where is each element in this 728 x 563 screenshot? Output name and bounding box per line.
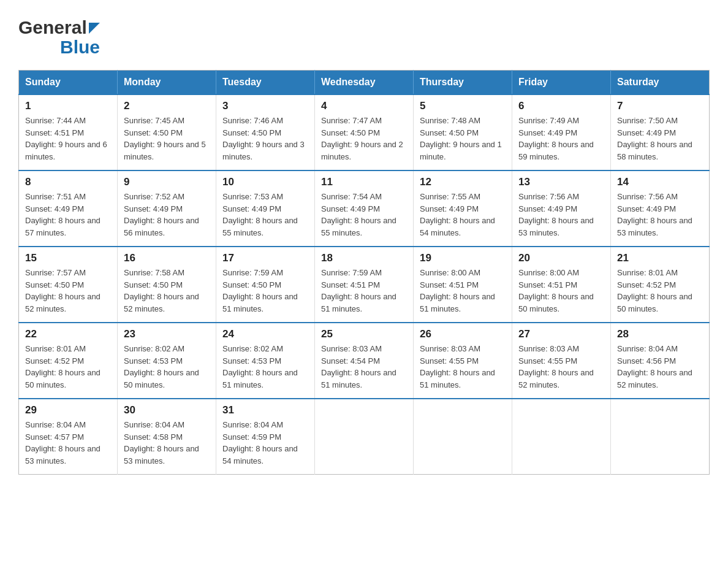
table-row: 6 Sunrise: 7:49 AMSunset: 4:49 PMDayligh… xyxy=(512,94,611,170)
calendar-week-row: 29 Sunrise: 8:04 AMSunset: 4:57 PMDaylig… xyxy=(19,399,710,475)
table-row: 21 Sunrise: 8:01 AMSunset: 4:52 PMDaylig… xyxy=(611,247,710,323)
day-number: 6 xyxy=(518,100,604,112)
table-row: 13 Sunrise: 7:56 AMSunset: 4:49 PMDaylig… xyxy=(512,170,611,247)
header-thursday: Thursday xyxy=(414,71,512,95)
table-row: 24 Sunrise: 8:02 AMSunset: 4:53 PMDaylig… xyxy=(216,323,315,399)
day-info: Sunrise: 7:48 AMSunset: 4:50 PMDaylight:… xyxy=(420,115,506,163)
day-info: Sunrise: 7:50 AMSunset: 4:49 PMDaylight:… xyxy=(617,115,703,163)
day-number: 23 xyxy=(124,328,210,340)
day-number: 8 xyxy=(25,176,111,188)
day-info: Sunrise: 7:56 AMSunset: 4:49 PMDaylight:… xyxy=(518,191,604,239)
day-number: 14 xyxy=(617,176,703,188)
table-row: 11 Sunrise: 7:54 AMSunset: 4:49 PMDaylig… xyxy=(315,170,414,247)
table-row: 1 Sunrise: 7:44 AMSunset: 4:51 PMDayligh… xyxy=(19,94,118,170)
calendar-week-row: 1 Sunrise: 7:44 AMSunset: 4:51 PMDayligh… xyxy=(19,94,710,170)
day-number: 7 xyxy=(617,100,703,112)
day-number: 12 xyxy=(420,176,506,188)
table-row: 23 Sunrise: 8:02 AMSunset: 4:53 PMDaylig… xyxy=(118,323,216,399)
table-row: 7 Sunrise: 7:50 AMSunset: 4:49 PMDayligh… xyxy=(611,94,710,170)
calendar-week-row: 8 Sunrise: 7:51 AMSunset: 4:49 PMDayligh… xyxy=(19,170,710,247)
day-info: Sunrise: 8:03 AMSunset: 4:55 PMDaylight:… xyxy=(420,343,506,391)
day-number: 11 xyxy=(321,176,407,188)
table-row: 30 Sunrise: 8:04 AMSunset: 4:58 PMDaylig… xyxy=(118,399,216,475)
calendar-header-row: Sunday Monday Tuesday Wednesday Thursday… xyxy=(19,71,710,95)
day-info: Sunrise: 7:59 AMSunset: 4:51 PMDaylight:… xyxy=(321,267,407,315)
day-info: Sunrise: 7:57 AMSunset: 4:50 PMDaylight:… xyxy=(25,267,111,315)
day-info: Sunrise: 7:54 AMSunset: 4:49 PMDaylight:… xyxy=(321,191,407,239)
day-number: 17 xyxy=(222,252,308,264)
day-number: 10 xyxy=(222,176,308,188)
table-row: 20 Sunrise: 8:00 AMSunset: 4:51 PMDaylig… xyxy=(512,247,611,323)
table-row: 31 Sunrise: 8:04 AMSunset: 4:59 PMDaylig… xyxy=(216,399,315,475)
day-number: 29 xyxy=(25,404,111,416)
day-info: Sunrise: 7:55 AMSunset: 4:49 PMDaylight:… xyxy=(420,191,506,239)
day-number: 26 xyxy=(420,328,506,340)
day-info: Sunrise: 7:49 AMSunset: 4:49 PMDaylight:… xyxy=(518,115,604,163)
day-number: 9 xyxy=(124,176,210,188)
header-monday: Monday xyxy=(118,71,216,95)
calendar-week-row: 22 Sunrise: 8:01 AMSunset: 4:52 PMDaylig… xyxy=(19,323,710,399)
day-info: Sunrise: 8:04 AMSunset: 4:57 PMDaylight:… xyxy=(25,419,111,467)
table-row: 27 Sunrise: 8:03 AMSunset: 4:55 PMDaylig… xyxy=(512,323,611,399)
day-number: 21 xyxy=(617,252,703,264)
table-row: 25 Sunrise: 8:03 AMSunset: 4:54 PMDaylig… xyxy=(315,323,414,399)
day-number: 4 xyxy=(321,100,407,112)
day-number: 2 xyxy=(124,100,210,112)
day-info: Sunrise: 8:02 AMSunset: 4:53 PMDaylight:… xyxy=(124,343,210,391)
header-friday: Friday xyxy=(512,71,611,95)
day-number: 13 xyxy=(518,176,604,188)
header-saturday: Saturday xyxy=(611,71,710,95)
logo-blue-text: Blue xyxy=(60,37,100,57)
day-number: 24 xyxy=(222,328,308,340)
day-info: Sunrise: 8:04 AMSunset: 4:56 PMDaylight:… xyxy=(617,343,703,391)
calendar-week-row: 15 Sunrise: 7:57 AMSunset: 4:50 PMDaylig… xyxy=(19,247,710,323)
table-row: 28 Sunrise: 8:04 AMSunset: 4:56 PMDaylig… xyxy=(611,323,710,399)
day-number: 25 xyxy=(321,328,407,340)
day-number: 1 xyxy=(25,100,111,112)
day-info: Sunrise: 7:53 AMSunset: 4:49 PMDaylight:… xyxy=(222,191,308,239)
svg-marker-0 xyxy=(89,23,100,34)
table-row: 17 Sunrise: 7:59 AMSunset: 4:50 PMDaylig… xyxy=(216,247,315,323)
table-row: 29 Sunrise: 8:04 AMSunset: 4:57 PMDaylig… xyxy=(19,399,118,475)
table-row: 5 Sunrise: 7:48 AMSunset: 4:50 PMDayligh… xyxy=(414,94,512,170)
day-number: 28 xyxy=(617,328,703,340)
header-wednesday: Wednesday xyxy=(315,71,414,95)
table-row: 14 Sunrise: 7:56 AMSunset: 4:49 PMDaylig… xyxy=(611,170,710,247)
table-row: 10 Sunrise: 7:53 AMSunset: 4:49 PMDaylig… xyxy=(216,170,315,247)
day-info: Sunrise: 7:51 AMSunset: 4:49 PMDaylight:… xyxy=(25,191,111,239)
day-number: 3 xyxy=(222,100,308,112)
table-row xyxy=(315,399,414,475)
day-number: 15 xyxy=(25,252,111,264)
header-sunday: Sunday xyxy=(19,71,118,95)
day-info: Sunrise: 8:04 AMSunset: 4:58 PMDaylight:… xyxy=(124,419,210,467)
day-info: Sunrise: 8:00 AMSunset: 4:51 PMDaylight:… xyxy=(518,267,604,315)
day-info: Sunrise: 8:03 AMSunset: 4:54 PMDaylight:… xyxy=(321,343,407,391)
day-number: 18 xyxy=(321,252,407,264)
table-row xyxy=(414,399,512,475)
table-row: 22 Sunrise: 8:01 AMSunset: 4:52 PMDaylig… xyxy=(19,323,118,399)
logo-triangle-icon xyxy=(89,23,100,34)
day-number: 30 xyxy=(124,404,210,416)
table-row: 16 Sunrise: 7:58 AMSunset: 4:50 PMDaylig… xyxy=(118,247,216,323)
logo-general-text: General xyxy=(18,18,87,37)
day-info: Sunrise: 8:01 AMSunset: 4:52 PMDaylight:… xyxy=(25,343,111,391)
day-info: Sunrise: 8:02 AMSunset: 4:53 PMDaylight:… xyxy=(222,343,308,391)
table-row xyxy=(611,399,710,475)
day-info: Sunrise: 7:56 AMSunset: 4:49 PMDaylight:… xyxy=(617,191,703,239)
table-row: 2 Sunrise: 7:45 AMSunset: 4:50 PMDayligh… xyxy=(118,94,216,170)
day-number: 19 xyxy=(420,252,506,264)
table-row: 12 Sunrise: 7:55 AMSunset: 4:49 PMDaylig… xyxy=(414,170,512,247)
day-info: Sunrise: 7:45 AMSunset: 4:50 PMDaylight:… xyxy=(124,115,210,163)
day-number: 27 xyxy=(518,328,604,340)
day-info: Sunrise: 8:00 AMSunset: 4:51 PMDaylight:… xyxy=(420,267,506,315)
table-row: 4 Sunrise: 7:47 AMSunset: 4:50 PMDayligh… xyxy=(315,94,414,170)
day-info: Sunrise: 7:46 AMSunset: 4:50 PMDaylight:… xyxy=(222,115,308,163)
logo: General Blue xyxy=(18,18,100,58)
table-row: 9 Sunrise: 7:52 AMSunset: 4:49 PMDayligh… xyxy=(118,170,216,247)
table-row: 19 Sunrise: 8:00 AMSunset: 4:51 PMDaylig… xyxy=(414,247,512,323)
day-info: Sunrise: 7:58 AMSunset: 4:50 PMDaylight:… xyxy=(124,267,210,315)
table-row xyxy=(512,399,611,475)
table-row: 26 Sunrise: 8:03 AMSunset: 4:55 PMDaylig… xyxy=(414,323,512,399)
day-info: Sunrise: 7:47 AMSunset: 4:50 PMDaylight:… xyxy=(321,115,407,163)
day-info: Sunrise: 7:52 AMSunset: 4:49 PMDaylight:… xyxy=(124,191,210,239)
